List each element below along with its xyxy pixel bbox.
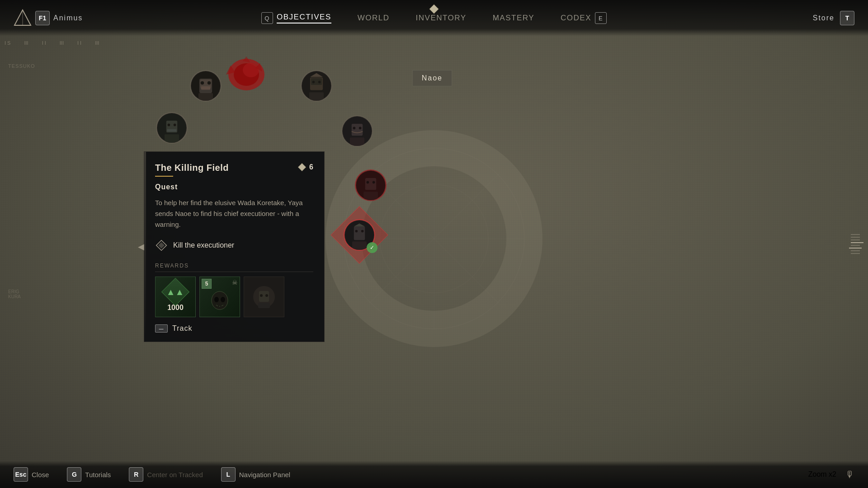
svg-rect-57 <box>218 305 219 309</box>
mic-icon: 🎙 <box>845 469 854 480</box>
navigation-panel-label: Navigation Panel <box>239 471 290 479</box>
tab-mastery[interactable]: Mastery <box>491 10 536 26</box>
svg-rect-33 <box>352 124 363 136</box>
topbar-left: F1 Animus <box>14 9 83 27</box>
svg-rect-58 <box>220 305 222 309</box>
bottombar: Esc Close G Tutorials R Center on Tracke… <box>0 461 868 488</box>
svg-rect-63 <box>258 303 270 308</box>
svg-rect-36 <box>350 137 364 146</box>
item-preview <box>206 288 233 315</box>
f1-key[interactable]: F1 <box>35 11 50 25</box>
reward-xp: ▲▲ 1000 <box>155 277 196 317</box>
svg-rect-51 <box>298 164 306 171</box>
character-name-label: Naoe <box>412 70 452 86</box>
left-label-2: ERIG KURA <box>8 289 21 299</box>
character-portrait-1 <box>190 70 222 102</box>
svg-point-24 <box>318 81 321 84</box>
character-portrait-selected: ✓ <box>344 219 375 251</box>
track-button[interactable]: — Track <box>155 324 313 333</box>
t-key[interactable]: T <box>840 11 854 25</box>
panel-arrow: ◀ <box>138 242 144 252</box>
svg-point-35 <box>359 127 362 130</box>
panel-accent <box>144 152 146 342</box>
topbar: F1 Animus Q Objectives World Inventory M… <box>0 0 868 36</box>
svg-rect-30 <box>167 129 177 132</box>
rewards-label: REWARDS <box>155 263 313 272</box>
svg-point-40 <box>373 181 375 184</box>
svg-rect-41 <box>363 192 378 200</box>
blood-mark <box>224 54 269 95</box>
scroll-indicator[interactable] <box>851 234 863 254</box>
svg-rect-38 <box>365 178 377 190</box>
quest-title: The Killing Field <box>155 163 229 173</box>
svg-point-54 <box>212 291 228 310</box>
store-label[interactable]: Store <box>813 14 835 22</box>
quest-objective: Kill the executioner <box>155 239 313 252</box>
svg-rect-18 <box>201 86 211 90</box>
svg-point-44 <box>355 230 358 233</box>
svg-point-9 <box>243 63 259 77</box>
svg-point-23 <box>312 81 315 84</box>
character-portrait-2 <box>301 70 332 102</box>
tab-world[interactable]: World <box>356 10 392 26</box>
nav-tabs: Q Objectives World Inventory Mastery Cod… <box>259 0 609 36</box>
quest-divider <box>155 176 173 177</box>
svg-point-16 <box>201 81 204 85</box>
l-key[interactable]: L <box>221 467 236 482</box>
svg-rect-19 <box>198 93 213 101</box>
reward-item-level: 5 <box>202 279 212 289</box>
svg-point-17 <box>208 81 211 85</box>
e-key[interactable]: E <box>595 12 607 24</box>
track-key: — <box>155 324 168 333</box>
quest-level: 6 <box>297 163 313 172</box>
topbar-right: Store T <box>813 11 854 25</box>
top-ruler: I S III I I III I I III <box>0 36 868 50</box>
close-label: Close <box>32 471 49 479</box>
svg-rect-43 <box>354 226 365 240</box>
tab-inventory[interactable]: Inventory <box>414 10 468 26</box>
reward-portrait <box>253 286 275 308</box>
animus-logo: F1 Animus <box>14 9 83 27</box>
character-portrait-4 <box>341 115 373 147</box>
svg-rect-46 <box>352 241 367 250</box>
svg-rect-53 <box>158 242 165 249</box>
quest-type: Quest <box>155 183 313 191</box>
quest-header: The Killing Field 6 <box>155 163 313 173</box>
center-tracked-label: Center on Tracked <box>147 471 203 479</box>
svg-point-56 <box>221 297 225 302</box>
objective-text: Kill the executioner <box>173 241 234 249</box>
character-portrait-naoe <box>355 169 387 201</box>
tutorials-label: Tutorials <box>85 471 111 479</box>
esc-key[interactable]: Esc <box>14 467 28 482</box>
svg-point-34 <box>353 127 356 130</box>
svg-point-39 <box>367 181 369 184</box>
track-label: Track <box>172 324 192 333</box>
svg-point-62 <box>265 294 268 297</box>
svg-rect-25 <box>309 92 324 101</box>
left-label: TESSUKO <box>8 63 35 69</box>
svg-point-61 <box>260 294 263 297</box>
animus-logo-icon <box>14 9 32 27</box>
reward-item: 5 ☠ <box>199 277 240 317</box>
close-action[interactable]: Esc Close <box>14 467 49 482</box>
rewards-section: REWARDS ▲▲ 1000 5 ☠ <box>155 263 313 317</box>
tutorials-action[interactable]: G Tutorials <box>67 467 111 482</box>
svg-point-28 <box>168 124 170 127</box>
objective-diamond-icon <box>155 239 168 252</box>
tab-objectives[interactable]: Q Objectives <box>259 9 333 28</box>
r-key[interactable]: R <box>129 467 143 482</box>
center-tracked-action[interactable]: R Center on Tracked <box>129 467 203 482</box>
quest-description: To help her find the elusive Wada Koreta… <box>155 197 313 230</box>
animus-text: Animus <box>53 14 83 22</box>
svg-point-45 <box>361 230 364 233</box>
quest-panel: ◀ The Killing Field 6 Quest To help her … <box>144 151 325 342</box>
character-portrait-3 <box>156 112 188 144</box>
g-key[interactable]: G <box>67 467 81 482</box>
zoom-label: Zoom x2 <box>808 470 836 479</box>
reward-item-3 <box>244 277 284 317</box>
q-key[interactable]: Q <box>261 12 273 24</box>
bottom-right: Zoom x2 🎙 <box>808 469 854 480</box>
navigation-panel-action[interactable]: L Navigation Panel <box>221 467 290 482</box>
svg-point-29 <box>174 124 176 127</box>
tab-codex[interactable]: Codex E <box>559 9 609 28</box>
